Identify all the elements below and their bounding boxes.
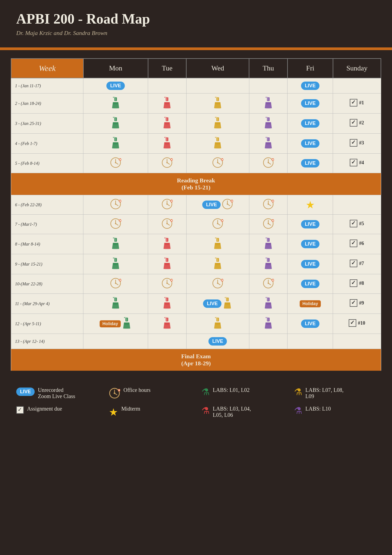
svg-rect-281 [126,318,127,321]
cell-sun: #3 [333,134,381,154]
red-flask-icon [162,237,172,251]
clock-icon [212,278,223,290]
cell-wed [186,215,249,234]
cell-mon: LIVE [83,78,148,93]
cell-tue [148,114,187,134]
cell-sun: #7 [333,254,381,274]
live-badge: LIVE [301,260,319,268]
svg-point-306 [266,317,267,318]
svg-point-40 [164,117,165,118]
legend-red-flask-icon: ⚗ [201,406,210,415]
legend-green-flask-text: LABS: L01, L02 [213,387,250,393]
cell-thu [249,274,288,294]
svg-point-300 [216,317,217,318]
check-box [350,240,357,247]
purple-flask-icon [263,317,273,330]
main-content: Week Mon Tue Wed Thu Fri Sunday 1 - (Jan… [0,56,392,376]
svg-point-180 [164,237,165,238]
svg-line-143 [116,224,118,225]
svg-point-278 [266,297,267,298]
svg-rect-43 [217,118,218,121]
cell-mon [83,154,148,173]
cell-thu [249,195,288,215]
check-box [350,299,357,307]
svg-point-181 [166,237,166,238]
table-row: 13 - (Apr 12- 14)LIVE [11,334,381,349]
cell-wed: LIVE [186,195,249,215]
legend-red-flask: ⚗ LABS: L03, L04,L05, L06 [201,406,283,418]
cell-fri: LIVE [288,234,333,254]
svg-point-284 [123,328,130,329]
legend-yellow-flask: ⚗ LABS: L07, L08,L09 [294,387,376,400]
svg-marker-304 [266,322,271,325]
cell-fri: LIVE [288,78,333,93]
svg-rect-64 [166,138,167,141]
table-row: 5 - (Feb 8-14) LIVE #4 [11,154,381,173]
check-box [349,319,356,327]
svg-point-75 [215,137,216,138]
cell-wed [186,134,249,154]
svg-rect-253 [115,298,116,301]
week-label: 2 - (Jan 18-24) [11,93,83,114]
svg-point-18 [214,108,221,109]
table-row: 9 - (Mar 15-21) LIVE #7 [11,254,381,274]
red-flask-icon [162,137,172,150]
svg-point-54 [266,117,267,118]
table-row: 7 - (Mar1-7) LIVE #5 [11,215,381,234]
cell-mon [83,114,148,134]
svg-rect-197 [115,259,116,261]
svg-rect-267 [227,298,227,301]
cell-fri [288,334,333,349]
svg-point-174 [114,237,115,238]
col-tue: Tue [148,59,187,78]
red-flask-icon [162,97,172,110]
legend-purple-flask: ⚗ LABS: L10 [294,406,376,418]
svg-point-200 [112,268,119,269]
svg-point-305 [265,328,272,329]
svg-point-214 [214,268,221,269]
table-row: 3 - (Jan 25-31) LIVE #2 [11,114,381,134]
svg-line-101 [218,163,220,164]
clock-icon [212,157,223,170]
yellow-flask-icon [213,137,223,150]
table-row: 11 - (Mar 29-Apr 4) LIVE Holiday #9 [11,294,381,314]
check-box [350,159,357,166]
svg-marker-206 [164,263,170,265]
svg-line-94 [167,163,169,164]
svg-marker-45 [215,122,220,124]
page-title: APBI 200 - Road Map [16,11,376,27]
svg-point-279 [267,297,268,298]
cell-wed [186,93,249,114]
cell-fri: LIVE [288,215,333,234]
break-cell: Reading Break(Feb 15-21) [11,173,381,195]
purple-flask-icon [263,97,273,110]
week-label: 8 - (Mar 8-14) [11,234,83,254]
red-flask-icon [162,317,172,330]
yellow-flask-icon [213,237,223,251]
svg-rect-169 [115,238,116,241]
clock-icon [263,157,274,170]
svg-point-221 [265,268,272,269]
svg-point-39 [164,128,171,129]
svg-point-69 [166,137,166,137]
svg-rect-22 [267,98,268,101]
week-label: 4 - (Feb 1-7) [11,134,83,154]
legend-purple-flask-text: LABS: L10 [305,406,331,412]
check-box [350,260,357,267]
purple-flask-icon [263,237,273,251]
cell-fri: LIVE [288,314,333,334]
cell-tue [148,93,187,114]
svg-point-257 [113,297,114,298]
live-badge: LIVE [301,99,319,108]
cell-mon [83,195,148,215]
purple-flask-icon [263,297,273,310]
svg-point-6 [114,97,115,97]
svg-point-263 [164,308,171,309]
cell-fri: ★ [288,195,333,215]
cell-sun: #8 [333,274,381,294]
cell-wed [186,78,249,93]
cell-mon [83,254,148,274]
svg-marker-185 [215,243,220,245]
legend-yellow-flask-icon: ⚗ [294,388,302,397]
svg-point-41 [166,117,166,117]
